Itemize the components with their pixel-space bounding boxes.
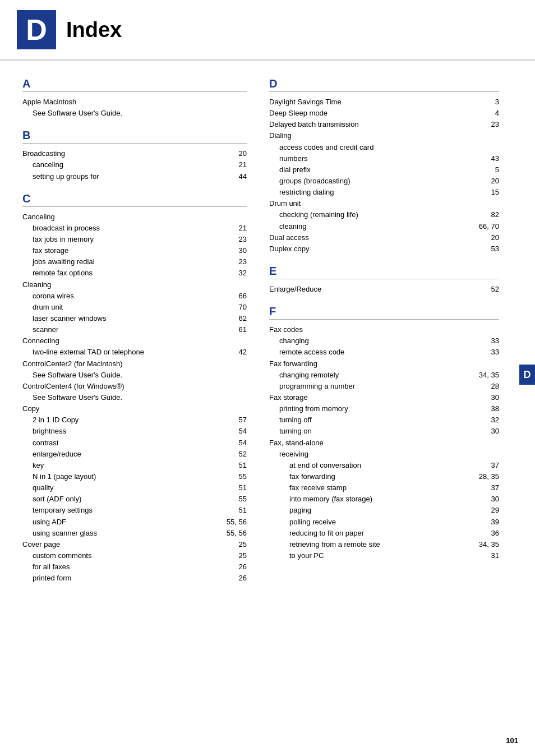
entry-text: N in 1 (page layout) [33,471,224,482]
entry-page: 30 [224,245,247,256]
entry-text: at end of conversation [289,460,477,471]
index-entry: turning off 32 [269,414,499,426]
entry-page: 51 [224,482,247,494]
entry-text: 2 in 1 ID Copy [33,414,224,426]
entry-page: 32 [477,414,499,426]
entry-text: custom comments [33,550,224,561]
index-entry: printing from memory 38 [269,403,499,414]
see-ref: See Software User's Guide. [22,370,247,381]
index-entry: cleaning 66, 70 [269,221,499,232]
entry-text: for all faxes [33,561,224,573]
entry-text: access codes and credit card [279,142,499,153]
entry-text: into memory (fax storage) [289,494,477,505]
entry-page: 23 [224,234,247,245]
entry-text: Fax codes [269,324,499,335]
index-entry: drum unit 70 [22,302,247,313]
entry-page: 55, 56 [224,528,247,539]
index-entry: fax receive stamp 37 [269,482,499,494]
entry-text: Cover page [22,539,224,550]
entry-text: Fax, stand-alone [269,437,499,449]
entry-page: 66, 70 [477,221,499,232]
entry-page: 30 [477,426,499,437]
entry-text: groups (broadcasting) [279,176,477,187]
entry-text: printed form [33,573,224,584]
entry-text: fax forwarding [289,471,477,482]
entry-text: Delayed batch transmission [269,119,477,130]
entry-text: setting up groups for [33,171,224,182]
entry-page: 31 [477,550,499,561]
entry-text: brightness [33,426,224,437]
index-entry: Fax storage 30 [269,392,499,403]
index-entry: contrast 54 [22,437,247,449]
index-entry: using scanner glass 55, 56 [22,528,247,539]
index-entry: key 51 [22,460,247,471]
index-entry: 2 in 1 ID Copy 57 [22,414,247,426]
index-entry: turning on 30 [269,426,499,437]
entry-page: 23 [477,119,499,130]
see-ref-text: See Software User's Guide. [33,108,247,119]
entry-text: laser scanner windows [33,313,224,324]
entry-text: programming a number [279,381,477,392]
index-entry: using ADF 55, 56 [22,517,247,528]
entry-text: fax storage [33,245,224,256]
index-entry: enlarge/reduce 52 [22,449,247,460]
entry-text: receiving [279,449,499,460]
index-entry: remote fax options 32 [22,268,247,279]
index-entry: Fax codes [269,324,499,335]
entry-text: Deep Sleep mode [269,108,477,119]
entry-text: temporary settings [33,505,224,516]
index-entry: Drum unit [269,198,499,209]
entry-text: Drum unit [269,198,499,209]
entry-page: 39 [477,517,499,528]
entry-page: 5 [477,164,499,176]
entry-page: 66 [224,291,247,302]
index-entry: two-line external TAD or telephone 42 [22,347,247,358]
entry-text: reducing to fit on paper [289,528,477,539]
main-content: A Apple Macintosh See Software User's Gu… [0,61,535,595]
entry-text: Canceling [22,211,247,223]
index-entry: remote access code 33 [269,347,499,358]
section-header-B: B [22,129,247,144]
index-entry: at end of conversation 37 [269,460,499,471]
entry-page: 26 [224,573,247,584]
entry-page: 38 [477,403,499,414]
entry-page: 37 [477,482,499,494]
index-entry: polling receive 39 [269,517,499,528]
entry-text: drum unit [33,302,224,313]
index-entry: sort (ADF only) 55 [22,494,247,505]
entry-text: contrast [33,437,224,449]
page-number: 101 [506,736,518,745]
entry-page: 15 [477,187,499,198]
index-entry: Duplex copy 53 [269,243,499,255]
entry-text: Dialing [269,130,499,141]
entry-text: Daylight Savings Time [269,96,477,108]
entry-text: Enlarge/Reduce [269,284,477,295]
index-entry: ControlCenter2 (for Macintosh) [22,358,247,370]
index-entry: Dialing [269,130,499,141]
entry-text: broadcast in process [33,223,224,234]
entry-page: 70 [224,302,247,313]
index-entry: printed form 26 [22,573,247,584]
entry-page: 28 [477,381,499,392]
index-entry: temporary settings 51 [22,505,247,516]
entry-text: cleaning [279,221,477,232]
side-tab: D [519,365,535,385]
entry-page: 21 [224,159,247,170]
entry-page: 61 [224,324,247,335]
index-entry: laser scanner windows 62 [22,313,247,324]
index-entry: jobs awaiting redial 23 [22,256,247,268]
entry-text: Duplex copy [269,243,477,255]
section-header-C: C [22,192,247,207]
entry-text: Copy [22,403,247,414]
entry-page: 52 [477,284,499,295]
index-entry: Daylight Savings Time 3 [269,96,499,108]
see-ref: See Software User's Guide. [22,392,247,403]
entry-text: scanner [33,324,224,335]
entry-page: 53 [477,243,499,255]
entry-text: turning off [279,414,477,426]
index-entry: numbers 43 [269,153,499,164]
entry-text: fax jobs in memory [33,234,224,245]
entry-page: 51 [224,505,247,516]
entry-text: Fax storage [269,392,477,403]
entry-page: 37 [477,460,499,471]
